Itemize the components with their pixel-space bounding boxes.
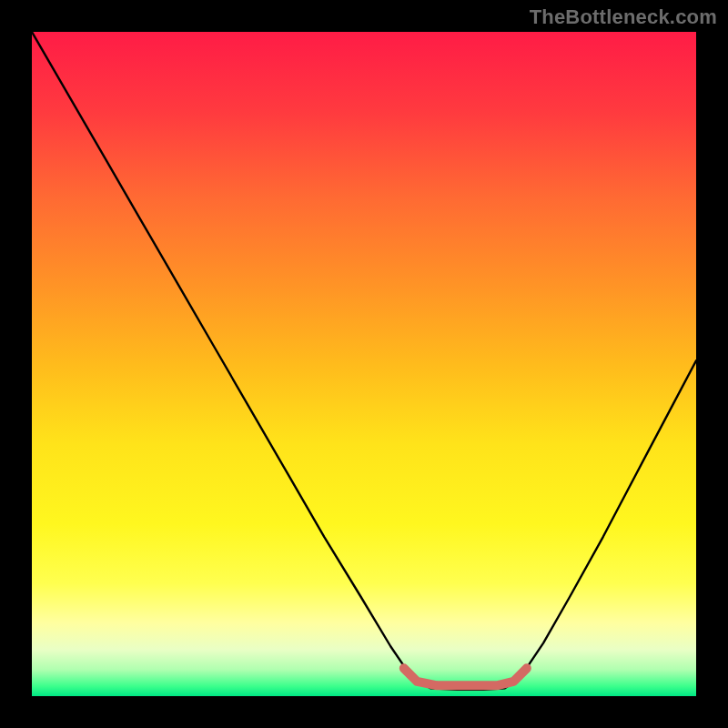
chart-frame: TheBottleneck.com — [0, 0, 728, 728]
plot-area — [32, 32, 696, 696]
chart-curves — [32, 32, 696, 696]
bottleneck-curve — [32, 32, 696, 690]
watermark-text: TheBottleneck.com — [530, 5, 717, 29]
valley-highlight — [404, 668, 527, 685]
